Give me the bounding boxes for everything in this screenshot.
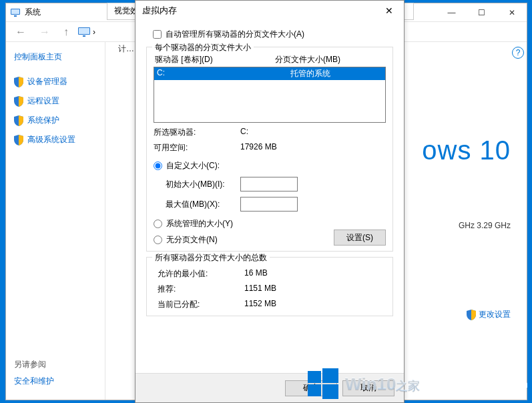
related-header: 另请参阅	[14, 359, 97, 370]
svg-rect-2	[14, 15, 17, 17]
allocated-label: 当前已分配:	[158, 299, 244, 310]
shield-icon	[14, 135, 23, 145]
svg-rect-1	[11, 9, 19, 14]
hdr-size-label: 分页文件大小(MB)	[275, 54, 340, 65]
breadcrumb[interactable]: ›	[78, 27, 95, 37]
radio-custom-label: 自定义大小(C):	[166, 160, 220, 171]
selected-drive-value: C:	[240, 127, 248, 138]
auto-manage-checkbox[interactable]: 自动管理所有驱动器的分页文件大小(A)	[153, 29, 393, 40]
nav-up-icon[interactable]: ↑	[59, 26, 73, 38]
radio-system-input[interactable]	[154, 220, 162, 228]
svg-rect-6	[308, 371, 321, 383]
watermark-url: www.win10xitong.com	[429, 378, 528, 390]
free-space-label: 可用空间:	[154, 142, 240, 153]
svg-rect-4	[79, 28, 89, 34]
free-space-value: 17926 MB	[240, 142, 277, 153]
auto-manage-label: 自动管理所有驱动器的分页文件大小(A)	[166, 29, 304, 40]
drive-list[interactable]: C: 托管的系统	[154, 67, 386, 123]
monitor-small-icon	[78, 27, 90, 37]
min-allowed-label: 允许的最小值:	[158, 268, 244, 280]
cpu-speed-text: GHz 3.29 GHz	[459, 221, 511, 230]
drive-row-drive: C:	[157, 68, 290, 79]
totals-group: 所有驱动器分页文件大小的总数 允许的最小值: 16 MB 推荐: 1151 MB…	[146, 257, 393, 316]
radio-no-paging[interactable]: 无分页文件(N)	[154, 234, 218, 246]
sidebar-item-label: 系统保护	[27, 115, 59, 126]
nav-back-icon[interactable]: ←	[11, 26, 30, 38]
change-settings-label: 更改设置	[479, 309, 511, 320]
change-settings-link[interactable]: 更改设置	[467, 309, 511, 320]
recommended-label: 推荐:	[158, 284, 244, 295]
sidebar: 控制面板主页 设备管理器 远程设置 系统保护 高级系统设置 另请参阅 安全和维护	[6, 42, 105, 400]
sidebar-item-label: 设备管理器	[27, 76, 67, 87]
allocated-value: 1152 MB	[244, 299, 276, 310]
svg-rect-7	[322, 368, 338, 383]
control-panel-home-link[interactable]: 控制面板主页	[14, 51, 97, 63]
maximize-button[interactable]: ☐	[467, 3, 497, 22]
shield-icon	[467, 310, 476, 320]
set-button[interactable]: 设置(S)	[334, 230, 386, 246]
sidebar-item-remote[interactable]: 远程设置	[14, 95, 97, 107]
drive-row-status: 托管的系统	[290, 68, 330, 79]
window-controls: — ☐ ✕	[437, 3, 527, 22]
radio-system-managed[interactable]: 系统管理的大小(Y)	[154, 218, 386, 230]
svg-rect-5	[83, 35, 85, 37]
sidebar-item-advanced[interactable]: 高级系统设置	[14, 134, 97, 145]
radio-custom-size[interactable]: 自定义大小(C):	[154, 160, 386, 171]
vm-titlebar: 虚拟内存 ✕	[136, 1, 404, 21]
windows-10-brand: ows 10	[422, 135, 511, 165]
hdr-drive-label: 驱动器 [卷标](D)	[155, 54, 275, 65]
shield-icon	[14, 96, 23, 107]
virtual-memory-dialog: 虚拟内存 ✕ 自动管理所有驱动器的分页文件大小(A) 每个驱动器的分页文件大小 …	[135, 0, 405, 403]
recommended-value: 1151 MB	[244, 284, 276, 295]
sidebar-item-device-manager[interactable]: 设备管理器	[14, 76, 97, 87]
auto-manage-input[interactable]	[153, 30, 162, 39]
radio-system-label: 系统管理的大小(Y)	[166, 218, 233, 230]
sidebar-item-protection[interactable]: 系统保护	[14, 115, 97, 126]
watermark-text: Win10之家	[345, 374, 420, 394]
minimize-button[interactable]: —	[437, 3, 467, 22]
sidebar-item-label: 远程设置	[27, 95, 59, 107]
drive-list-header: 驱动器 [卷标](D) 分页文件大小(MB)	[154, 54, 386, 65]
per-drive-group-title: 每个驱动器的分页文件大小	[152, 42, 254, 53]
per-drive-group: 每个驱动器的分页文件大小 驱动器 [卷标](D) 分页文件大小(MB) C: 托…	[146, 47, 393, 252]
watermark: Win10之家 www.win10xitong.com	[308, 368, 528, 399]
security-maintenance-link[interactable]: 安全和维护	[14, 376, 97, 387]
radio-none-label: 无分页文件(N)	[166, 234, 218, 246]
svg-rect-9	[322, 384, 338, 399]
monitor-icon	[10, 7, 21, 18]
close-button[interactable]: ✕	[497, 3, 527, 22]
initial-size-input[interactable]	[240, 177, 298, 191]
radio-none-input[interactable]	[154, 236, 162, 244]
initial-size-label: 初始大小(MB)(I):	[166, 179, 240, 190]
radio-custom-input[interactable]	[154, 161, 162, 170]
min-allowed-value: 16 MB	[244, 268, 268, 280]
sidebar-item-label: 高级系统设置	[27, 134, 75, 145]
windows-logo-icon	[308, 368, 338, 399]
vm-title: 虚拟内存	[142, 5, 177, 17]
selected-drive-label: 所选驱动器:	[154, 127, 240, 138]
help-icon[interactable]: ?	[512, 47, 524, 59]
totals-group-title: 所有驱动器分页文件大小的总数	[152, 252, 270, 264]
nav-forward-icon: →	[35, 26, 54, 38]
drive-row-c[interactable]: C: 托管的系统	[154, 67, 385, 80]
close-icon[interactable]: ✕	[381, 4, 397, 17]
shield-icon	[14, 77, 23, 87]
system-title: 系统	[25, 7, 41, 18]
max-size-label: 最大值(MB)(X):	[166, 199, 240, 210]
max-size-input[interactable]	[240, 197, 298, 212]
svg-rect-8	[308, 384, 321, 396]
shield-icon	[14, 115, 23, 126]
